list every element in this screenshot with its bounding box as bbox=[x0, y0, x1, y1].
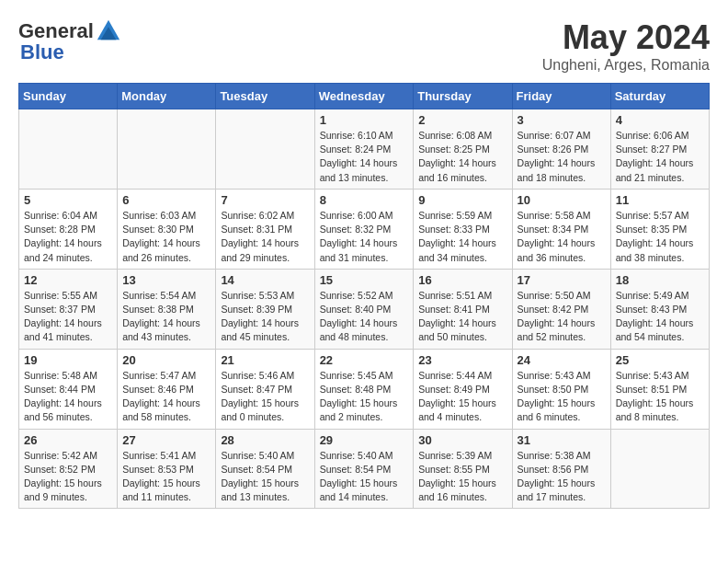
day-info: Sunrise: 5:57 AM Sunset: 8:35 PM Dayligh… bbox=[616, 209, 704, 265]
calendar-day-26: 26Sunrise: 5:42 AM Sunset: 8:52 PM Dayli… bbox=[19, 429, 118, 509]
day-number: 2 bbox=[418, 113, 506, 127]
day-number: 1 bbox=[320, 113, 409, 127]
day-number: 19 bbox=[24, 353, 112, 367]
day-number: 18 bbox=[616, 273, 704, 287]
calendar-day-13: 13Sunrise: 5:54 AM Sunset: 8:38 PM Dayli… bbox=[118, 269, 216, 349]
day-number: 10 bbox=[518, 193, 606, 207]
logo: General Blue bbox=[18, 18, 121, 64]
day-info: Sunrise: 6:03 AM Sunset: 8:30 PM Dayligh… bbox=[122, 209, 210, 265]
calendar-day-23: 23Sunrise: 5:44 AM Sunset: 8:49 PM Dayli… bbox=[414, 349, 512, 429]
calendar-day-12: 12Sunrise: 5:55 AM Sunset: 8:37 PM Dayli… bbox=[19, 269, 118, 349]
calendar-day-1: 1Sunrise: 6:10 AM Sunset: 8:24 PM Daylig… bbox=[314, 109, 414, 190]
day-number: 15 bbox=[320, 273, 409, 287]
calendar-week-row: 5Sunrise: 6:04 AM Sunset: 8:28 PM Daylig… bbox=[19, 189, 710, 269]
day-number: 14 bbox=[221, 273, 309, 287]
day-number: 28 bbox=[221, 433, 309, 447]
col-header-thursday: Thursday bbox=[414, 84, 512, 109]
calendar-day-30: 30Sunrise: 5:39 AM Sunset: 8:55 PM Dayli… bbox=[414, 429, 512, 509]
calendar-day-6: 6Sunrise: 6:03 AM Sunset: 8:30 PM Daylig… bbox=[118, 189, 216, 269]
col-header-tuesday: Tuesday bbox=[216, 84, 314, 109]
calendar-day-empty bbox=[216, 109, 314, 190]
day-info: Sunrise: 5:47 AM Sunset: 8:46 PM Dayligh… bbox=[122, 369, 210, 425]
day-info: Sunrise: 5:54 AM Sunset: 8:38 PM Dayligh… bbox=[122, 289, 210, 345]
calendar-day-18: 18Sunrise: 5:49 AM Sunset: 8:43 PM Dayli… bbox=[610, 269, 709, 349]
calendar-day-31: 31Sunrise: 5:38 AM Sunset: 8:56 PM Dayli… bbox=[512, 429, 610, 509]
day-info: Sunrise: 5:40 AM Sunset: 8:54 PM Dayligh… bbox=[221, 449, 309, 505]
day-number: 25 bbox=[616, 353, 704, 367]
col-header-monday: Monday bbox=[118, 84, 216, 109]
day-info: Sunrise: 6:08 AM Sunset: 8:25 PM Dayligh… bbox=[418, 129, 506, 185]
day-number: 27 bbox=[122, 433, 210, 447]
day-info: Sunrise: 5:41 AM Sunset: 8:53 PM Dayligh… bbox=[122, 449, 210, 505]
calendar-day-3: 3Sunrise: 6:07 AM Sunset: 8:26 PM Daylig… bbox=[512, 109, 610, 190]
calendar-day-empty bbox=[19, 109, 118, 190]
day-number: 22 bbox=[320, 353, 409, 367]
day-number: 20 bbox=[122, 353, 210, 367]
calendar-day-25: 25Sunrise: 5:43 AM Sunset: 8:51 PM Dayli… bbox=[610, 349, 709, 429]
day-number: 29 bbox=[320, 433, 409, 447]
calendar-day-empty bbox=[118, 109, 216, 190]
calendar-week-row: 19Sunrise: 5:48 AM Sunset: 8:44 PM Dayli… bbox=[19, 349, 710, 429]
logo-blue: Blue bbox=[20, 40, 64, 63]
day-info: Sunrise: 6:07 AM Sunset: 8:26 PM Dayligh… bbox=[518, 129, 606, 185]
day-number: 5 bbox=[24, 193, 112, 207]
calendar-table: SundayMondayTuesdayWednesdayThursdayFrid… bbox=[18, 83, 710, 509]
calendar-day-14: 14Sunrise: 5:53 AM Sunset: 8:39 PM Dayli… bbox=[216, 269, 314, 349]
calendar-day-20: 20Sunrise: 5:47 AM Sunset: 8:46 PM Dayli… bbox=[118, 349, 216, 429]
day-number: 26 bbox=[24, 433, 112, 447]
day-number: 6 bbox=[122, 193, 210, 207]
day-number: 31 bbox=[518, 433, 606, 447]
day-info: Sunrise: 5:44 AM Sunset: 8:49 PM Dayligh… bbox=[418, 369, 506, 425]
calendar-week-row: 1Sunrise: 6:10 AM Sunset: 8:24 PM Daylig… bbox=[19, 109, 710, 190]
calendar-day-4: 4Sunrise: 6:06 AM Sunset: 8:27 PM Daylig… bbox=[610, 109, 709, 190]
day-info: Sunrise: 5:49 AM Sunset: 8:43 PM Dayligh… bbox=[616, 289, 704, 345]
day-number: 3 bbox=[518, 113, 606, 127]
day-number: 23 bbox=[418, 353, 506, 367]
calendar-day-28: 28Sunrise: 5:40 AM Sunset: 8:54 PM Dayli… bbox=[216, 429, 314, 509]
calendar-header-row: SundayMondayTuesdayWednesdayThursdayFrid… bbox=[19, 84, 710, 109]
day-number: 16 bbox=[418, 273, 506, 287]
day-info: Sunrise: 5:40 AM Sunset: 8:54 PM Dayligh… bbox=[320, 449, 409, 505]
calendar-day-15: 15Sunrise: 5:52 AM Sunset: 8:40 PM Dayli… bbox=[314, 269, 414, 349]
col-header-saturday: Saturday bbox=[610, 84, 709, 109]
day-info: Sunrise: 5:55 AM Sunset: 8:37 PM Dayligh… bbox=[24, 289, 112, 345]
calendar-day-17: 17Sunrise: 5:50 AM Sunset: 8:42 PM Dayli… bbox=[512, 269, 610, 349]
day-info: Sunrise: 6:04 AM Sunset: 8:28 PM Dayligh… bbox=[24, 209, 112, 265]
calendar-day-5: 5Sunrise: 6:04 AM Sunset: 8:28 PM Daylig… bbox=[19, 189, 118, 269]
day-info: Sunrise: 5:48 AM Sunset: 8:44 PM Dayligh… bbox=[24, 369, 112, 425]
day-info: Sunrise: 6:10 AM Sunset: 8:24 PM Dayligh… bbox=[320, 129, 409, 185]
day-number: 13 bbox=[122, 273, 210, 287]
day-info: Sunrise: 5:43 AM Sunset: 8:51 PM Dayligh… bbox=[616, 369, 704, 425]
col-header-friday: Friday bbox=[512, 84, 610, 109]
day-number: 12 bbox=[24, 273, 112, 287]
day-info: Sunrise: 5:58 AM Sunset: 8:34 PM Dayligh… bbox=[518, 209, 606, 265]
day-info: Sunrise: 5:39 AM Sunset: 8:55 PM Dayligh… bbox=[418, 449, 506, 505]
calendar-day-24: 24Sunrise: 5:43 AM Sunset: 8:50 PM Dayli… bbox=[512, 349, 610, 429]
day-info: Sunrise: 5:38 AM Sunset: 8:56 PM Dayligh… bbox=[518, 449, 606, 505]
day-info: Sunrise: 5:43 AM Sunset: 8:50 PM Dayligh… bbox=[518, 369, 606, 425]
day-number: 24 bbox=[518, 353, 606, 367]
location: Ungheni, Arges, Romania bbox=[542, 57, 710, 74]
day-number: 7 bbox=[221, 193, 309, 207]
calendar-week-row: 12Sunrise: 5:55 AM Sunset: 8:37 PM Dayli… bbox=[19, 269, 710, 349]
day-info: Sunrise: 6:02 AM Sunset: 8:31 PM Dayligh… bbox=[221, 209, 309, 265]
title-section: May 2024 Ungheni, Arges, Romania bbox=[542, 18, 710, 74]
calendar-day-10: 10Sunrise: 5:58 AM Sunset: 8:34 PM Dayli… bbox=[512, 189, 610, 269]
day-info: Sunrise: 5:45 AM Sunset: 8:48 PM Dayligh… bbox=[320, 369, 409, 425]
day-number: 21 bbox=[221, 353, 309, 367]
day-info: Sunrise: 6:00 AM Sunset: 8:32 PM Dayligh… bbox=[320, 209, 409, 265]
calendar-day-9: 9Sunrise: 5:59 AM Sunset: 8:33 PM Daylig… bbox=[414, 189, 512, 269]
calendar-day-2: 2Sunrise: 6:08 AM Sunset: 8:25 PM Daylig… bbox=[414, 109, 512, 190]
day-info: Sunrise: 5:59 AM Sunset: 8:33 PM Dayligh… bbox=[418, 209, 506, 265]
day-info: Sunrise: 5:46 AM Sunset: 8:47 PM Dayligh… bbox=[221, 369, 309, 425]
calendar-day-11: 11Sunrise: 5:57 AM Sunset: 8:35 PM Dayli… bbox=[610, 189, 709, 269]
calendar-day-7: 7Sunrise: 6:02 AM Sunset: 8:31 PM Daylig… bbox=[216, 189, 314, 269]
calendar-day-8: 8Sunrise: 6:00 AM Sunset: 8:32 PM Daylig… bbox=[314, 189, 414, 269]
logo-icon bbox=[96, 18, 121, 44]
calendar-day-21: 21Sunrise: 5:46 AM Sunset: 8:47 PM Dayli… bbox=[216, 349, 314, 429]
day-number: 17 bbox=[518, 273, 606, 287]
day-info: Sunrise: 5:50 AM Sunset: 8:42 PM Dayligh… bbox=[518, 289, 606, 345]
calendar-day-16: 16Sunrise: 5:51 AM Sunset: 8:41 PM Dayli… bbox=[414, 269, 512, 349]
day-number: 8 bbox=[320, 193, 409, 207]
month-title: May 2024 bbox=[542, 18, 710, 57]
